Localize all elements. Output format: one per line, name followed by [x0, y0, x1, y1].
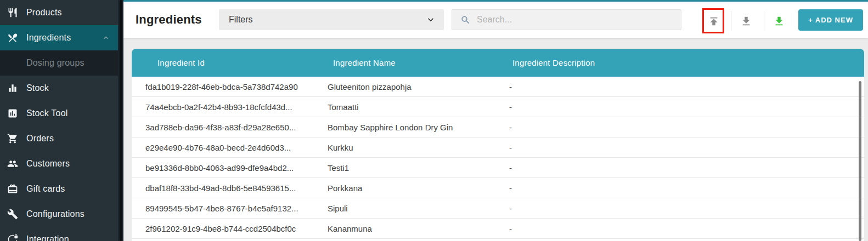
people-icon: [7, 158, 18, 169]
sidebar-item-label: Dosing groups: [26, 58, 84, 68]
chevron-down-icon: [425, 14, 436, 25]
app-window: Products Ingredients Dosing groups Stock: [0, 0, 868, 241]
cell-ingredient-id: be91336d-8bb0-4063-ad99-dfe9a4bd2...: [132, 163, 319, 173]
sidebar: Products Ingredients Dosing groups Stock: [0, 0, 123, 241]
sidebar-item-label: Stock: [26, 83, 49, 93]
restaurant-menu-icon: [7, 32, 18, 43]
toolbar-divider: [731, 11, 731, 31]
cell-ingredient-id: fda1b019-228f-46eb-bdca-5a738d742a90: [132, 82, 319, 91]
sidebar-item-configurations[interactable]: Configurations: [0, 202, 118, 227]
cell-ingredient-description: -: [500, 224, 864, 233]
cell-ingredient-description: -: [500, 123, 864, 132]
search-icon: [460, 15, 471, 25]
sidebar-item-label: Integration: [26, 234, 69, 241]
cell-ingredient-name: Tomaatti: [319, 102, 500, 112]
column-header-ingredient-name: Ingredient Name: [319, 58, 500, 67]
sidebar-nav: Products Ingredients Dosing groups Stock: [0, 0, 118, 241]
cell-ingredient-name: Sipuli: [319, 204, 500, 213]
cell-ingredient-name: Gluteeniton pizzapohja: [319, 82, 500, 91]
table-row[interactable]: 3ad788eb-da96-4f38-a83f-d29a28e650... Bo…: [132, 117, 864, 137]
cell-ingredient-name: Kananmuna: [319, 224, 500, 233]
sidebar-item-label: Ingredients: [26, 33, 71, 43]
cell-ingredient-description: -: [500, 82, 864, 91]
sidebar-item-stock-tool[interactable]: Stock Tool: [0, 101, 118, 126]
cart-icon: [7, 133, 18, 144]
sidebar-item-label: Gift cards: [26, 184, 65, 194]
search-input[interactable]: [477, 15, 681, 25]
main-content: Ingredients Filters: [123, 0, 868, 241]
table-row[interactable]: fda1b019-228f-46eb-bdca-5a738d742a90 Glu…: [132, 77, 864, 97]
sidebar-scrollbar-thumb[interactable]: [120, 0, 122, 241]
sidebar-item-integration[interactable]: Integration: [0, 227, 118, 241]
cell-ingredient-id: 89499545-5b47-4be8-8767-b4e5af9132...: [132, 204, 319, 213]
sidebar-item-label: Orders: [26, 134, 54, 144]
sidebar-item-stock[interactable]: Stock: [0, 76, 118, 101]
add-new-button[interactable]: + ADD NEW: [798, 9, 863, 31]
cell-ingredient-id: 2f961202-91c9-4be8-b744-ccd2504bcf0c: [132, 224, 319, 233]
cell-ingredient-name: Bombay Sapphire London Dry Gin: [319, 123, 500, 132]
search-box: [452, 9, 681, 30]
table-row[interactable]: e29e4e90-4b76-48a0-becd-2e4d60d3... Kurk…: [132, 137, 864, 158]
cell-ingredient-description: -: [500, 204, 864, 213]
upload-button[interactable]: [706, 13, 722, 30]
cell-ingredient-id: 74a4ebcb-0a2f-42b4-8b93-18cfcfd43d...: [132, 102, 319, 112]
cell-ingredient-id: e29e4e90-4b76-48a0-becd-2e4d60d3...: [132, 143, 319, 152]
filters-dropdown[interactable]: Filters: [219, 9, 444, 30]
chevron-up-icon: [102, 33, 110, 42]
column-header-ingredient-description: Ingredient Description: [500, 58, 864, 67]
download-icon: [773, 15, 785, 27]
sidebar-item-customers[interactable]: Customers: [0, 151, 118, 176]
wrench-icon: [7, 209, 18, 220]
cell-ingredient-description: -: [500, 163, 864, 173]
sidebar-item-label: Customers: [26, 159, 70, 169]
integration-icon: [7, 234, 18, 241]
cell-ingredient-id: 3ad788eb-da96-4f38-a83f-d29a28e650...: [132, 123, 319, 132]
table-row[interactable]: 89499545-5b47-4be8-8767-b4e5af9132... Si…: [132, 198, 864, 219]
sidebar-item-dosing-groups[interactable]: Dosing groups: [0, 50, 118, 76]
filters-label: Filters: [229, 15, 253, 25]
page-title: Ingredients: [136, 13, 202, 27]
table-header: Ingredient Id Ingredient Name Ingredient…: [132, 49, 864, 77]
download-green-button[interactable]: [771, 13, 787, 30]
cell-ingredient-description: -: [500, 102, 864, 112]
sidebar-item-label: Configurations: [26, 209, 84, 219]
bar-chart-icon: [7, 83, 18, 94]
table-body: fda1b019-228f-46eb-bdca-5a738d742a90 Glu…: [132, 77, 864, 241]
page-toolbar: Ingredients Filters: [123, 2, 868, 38]
toolbar-divider: [764, 11, 764, 31]
table-scrollbar-thumb[interactable]: [859, 81, 861, 241]
sidebar-item-label: Stock Tool: [26, 108, 68, 118]
table-row[interactable]: 74a4ebcb-0a2f-42b4-8b93-18cfcfd43d... To…: [132, 97, 864, 117]
gift-card-icon: [7, 183, 18, 194]
cell-ingredient-id: dbaf18f8-33bd-49ad-8db6-5e84593615...: [132, 183, 319, 193]
sidebar-item-products[interactable]: Products: [0, 0, 118, 25]
sidebar-item-ingredients[interactable]: Ingredients: [0, 25, 118, 50]
table-row[interactable]: dbaf18f8-33bd-49ad-8db6-5e84593615... Po…: [132, 178, 864, 198]
download-button[interactable]: [738, 13, 754, 30]
download-icon: [740, 15, 752, 27]
sidebar-item-orders[interactable]: Orders: [0, 126, 118, 151]
column-header-ingredient-id: Ingredient Id: [132, 58, 319, 67]
cell-ingredient-name: Testi1: [319, 163, 500, 173]
table-row[interactable]: be91336d-8bb0-4063-ad99-dfe9a4bd2... Tes…: [132, 158, 864, 178]
upload-icon: [708, 15, 720, 27]
cell-ingredient-description: -: [500, 143, 864, 152]
sidebar-item-label: Products: [26, 8, 62, 18]
cell-ingredient-name: Porkkana: [319, 183, 500, 193]
chart-box-icon: [7, 108, 18, 119]
table-row[interactable]: 2f961202-91c9-4be8-b744-ccd2504bcf0c Kan…: [132, 219, 864, 239]
restaurant-icon: [7, 7, 18, 18]
sidebar-item-gift-cards[interactable]: Gift cards: [0, 176, 118, 202]
cell-ingredient-name: Kurkku: [319, 143, 500, 152]
cell-ingredient-description: -: [500, 183, 864, 193]
ingredients-table: Ingredient Id Ingredient Name Ingredient…: [132, 49, 864, 241]
